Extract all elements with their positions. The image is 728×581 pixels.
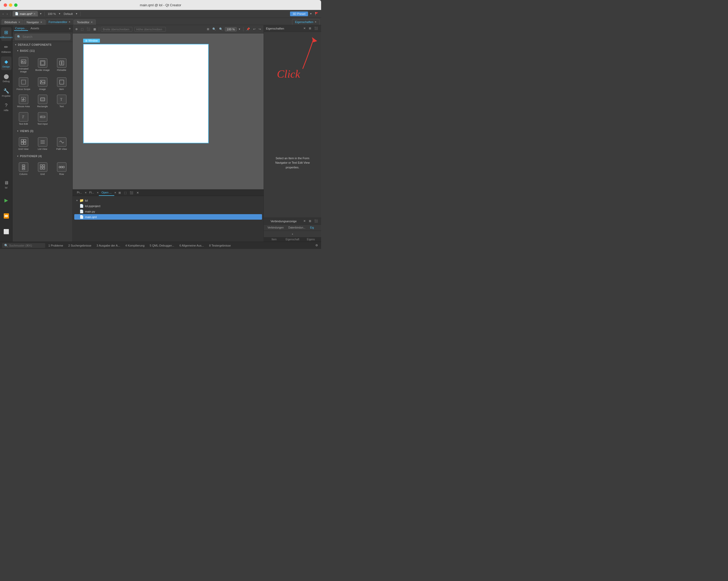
component-text-input[interactable]: T Text Input [33,110,52,127]
component-row[interactable]: Row [52,160,71,177]
zoom-dropdown-btn[interactable]: ▾ [238,27,241,31]
redo-btn[interactable]: ↪ [258,27,262,31]
maximize-button[interactable] [14,3,18,7]
add-component-button[interactable]: + [69,26,71,31]
tab-navigator[interactable]: Navigator ✕ [24,19,45,25]
form-btn-4[interactable]: ▦ [92,27,97,31]
form-btn-3[interactable]: ⬛ [85,27,91,31]
section-basic[interactable]: ▼ BASIC (11) [12,48,73,54]
float-conn-btn[interactable]: ⊞ [308,219,312,223]
status-item-probleme[interactable]: 1 Probleme [46,243,65,247]
component-image[interactable]: Image [33,75,52,92]
float-right-panel-btn[interactable]: ⊞ [308,26,312,31]
status-settings-btn[interactable]: ⚙ [314,243,319,247]
sidebar-item-design[interactable]: ◆ Design [1,56,11,70]
sidebar-item-projekte[interactable]: 🔧 Projekte [1,86,11,99]
form-btn-1[interactable]: ⊕ [74,27,79,31]
close-tab-icon[interactable]: ✕ [33,12,35,15]
component-column[interactable]: Column [14,160,33,177]
close-navigator-icon[interactable]: ✕ [40,21,42,24]
dock-conn-btn[interactable]: ⬛ [313,219,319,223]
conn-tab-datenbindung[interactable]: Datenbindun... [286,226,308,230]
close-eigenschaften-icon[interactable]: ✕ [315,21,317,23]
tree-item-mainqml[interactable]: 📄 main.qml [74,214,262,220]
sidebar-item-willkommen[interactable]: ⊞ Willkommen [1,27,11,41]
status-item-suchergebnisse[interactable]: 2 Suchergebnisse [66,243,93,247]
zoom-out-btn[interactable]: 🔍 [218,27,224,31]
dock-right-panel-btn[interactable]: ⬛ [313,26,319,31]
status-item-allgemeine[interactable]: 6 Allgemeine Aus... [177,243,206,247]
close-right-panel-btn[interactable]: ✕ [302,26,307,31]
close-texteditor-icon[interactable]: ✕ [91,21,93,24]
component-item[interactable]: Item [52,75,71,92]
sidebar-item-hilfe[interactable]: ? Hilfe [1,100,11,114]
search-input[interactable] [23,35,68,39]
close-conn-btn[interactable]: ✕ [302,219,307,223]
component-grid-view[interactable]: Grid View [14,135,33,152]
close-pr-icon[interactable]: ✕ [85,191,87,194]
height-override-input[interactable] [134,27,166,32]
component-flickable[interactable]: Flickable [52,55,71,75]
tab-bibliothek[interactable]: Bibliothek ✕ [2,19,23,25]
close-button[interactable] [4,3,7,7]
status-search-input[interactable] [9,244,43,247]
tab-components[interactable]: Compo... [14,26,28,31]
run-button[interactable]: ▶ [1,193,11,207]
conn-tab-eig[interactable]: Eig [308,226,316,230]
bottom-btn-3[interactable]: ⬛ [129,191,134,195]
3d-preset-button[interactable]: 3D Preset [290,11,308,16]
flag-btn[interactable]: 🚩 [314,11,319,16]
snap-btn[interactable]: ⊞ [206,27,210,31]
close-fi-icon[interactable]: ✕ [97,191,99,194]
pin-btn[interactable]: 📌 [245,27,251,31]
default-arrow-btn[interactable]: ▾ [75,11,78,16]
status-item-ausgabe[interactable]: 3 Ausgabe der A... [95,243,122,247]
conn-tab-verbindungen[interactable]: Verbindungen [265,226,286,230]
tab-formulareditor[interactable]: Formulareditor ✕ [46,19,74,25]
bottom-btn-2[interactable]: ⬚ [123,191,128,195]
width-override-input[interactable] [101,27,132,32]
zoom-adjust-btn[interactable]: ▾ [58,11,61,16]
tab-assets[interactable]: Assets [30,26,40,31]
status-item-testergebnisse[interactable]: 8 Testergebnisse [207,243,233,247]
close-bibliothek-icon[interactable]: ✕ [18,21,20,24]
forward-button[interactable]: › [6,12,9,16]
tab-arrow-btn[interactable]: ▾ [39,11,43,16]
canvas-window-frame[interactable] [83,44,209,143]
zoom-in-btn[interactable]: 🔍 [211,27,217,31]
component-focus-scope[interactable]: Focus Scope [14,75,33,92]
component-list-view[interactable]: List View [33,135,52,152]
close-formulareditor-icon[interactable]: ✕ [69,21,71,23]
bottom-btn-x[interactable]: ✕ [135,191,140,195]
tab-texteditor[interactable]: Texteditor ✕ [74,19,96,25]
tab-pr[interactable]: Pr... [74,190,85,196]
component-path-view[interactable]: Path View [52,135,71,152]
component-border-image[interactable]: Border Image [33,55,52,75]
back-button[interactable]: ‹ [2,12,5,16]
tab-eigenschaften[interactable]: Eigenschaften ✕ [292,19,319,25]
section-positioner[interactable]: ▼ POSITIONER (4) [12,153,73,159]
sidebar-item-debug[interactable]: ⬤ Debug [1,71,11,85]
component-mouse-area[interactable]: Mouse Area [14,93,33,110]
status-item-kompilierung[interactable]: 4 Kompilierung [123,243,147,247]
sidebar-item-lol[interactable]: 🖥 lol [1,178,11,191]
sidebar-item-editieren[interactable]: ✏ Editieren [1,42,11,55]
undo-btn[interactable]: ↩ [252,27,257,31]
close-open-icon[interactable]: ✕ [114,191,116,194]
minimize-button[interactable] [9,3,12,7]
tree-item-lol-folder[interactable]: ▼ 📁 lol [74,198,262,203]
bottom-btn-1[interactable]: ⊞ [118,191,122,195]
debug-run-button[interactable]: ⏩ [1,209,11,223]
form-btn-2[interactable]: ⬚ [80,27,84,31]
tree-item-pyproject[interactable]: 📄 lol.pyproject [74,203,262,209]
window-controls[interactable] [4,3,18,7]
tab-open[interactable]: Open ... [99,190,114,196]
tree-item-mainpy[interactable]: 📄 main.py [74,209,262,214]
file-tab[interactable]: 📄 main.qml* ✕ [12,11,38,17]
add-connection-btn[interactable]: + [290,232,294,236]
component-text[interactable]: T Text [52,93,71,110]
component-rectangle[interactable]: Rectangle [33,93,52,110]
section-views[interactable]: ▼ VIEWS (3) [12,128,73,134]
stop-button[interactable]: ⬜ [1,225,11,238]
preset-arrow-btn[interactable]: ▾ [309,11,313,16]
